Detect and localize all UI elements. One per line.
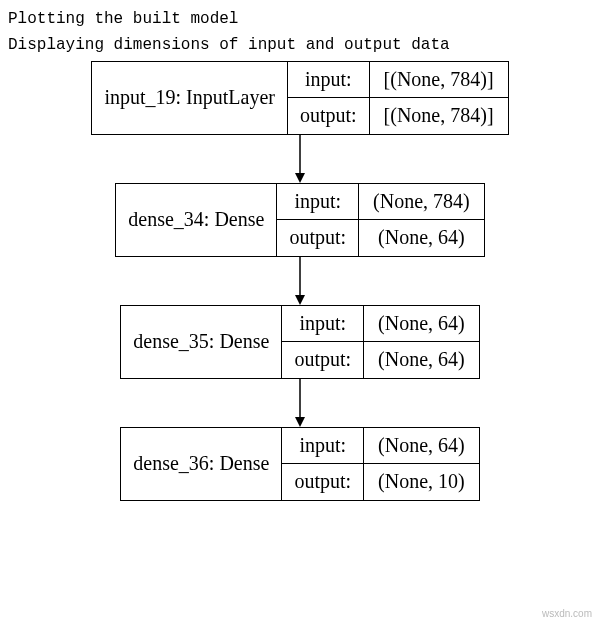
layer-name: dense_34: Dense — [116, 184, 277, 256]
input-shape: [(None, 784)] — [370, 62, 508, 98]
layer-box-1: dense_34: Dense input: (None, 784) outpu… — [115, 183, 484, 257]
output-label: output: — [282, 342, 364, 378]
layer-name: dense_35: Dense — [121, 306, 282, 378]
input-shape: (None, 64) — [364, 428, 479, 464]
output-shape: (None, 10) — [364, 464, 479, 500]
input-shape: (None, 64) — [364, 306, 479, 342]
layer-io-grid: input: (None, 784) output: (None, 64) — [277, 184, 483, 256]
layer-name: dense_36: Dense — [121, 428, 282, 500]
output-label: output: — [277, 220, 359, 256]
input-label: input: — [282, 428, 364, 464]
output-shape: (None, 64) — [364, 342, 479, 378]
output-shape: (None, 64) — [359, 220, 484, 256]
svg-marker-5 — [295, 417, 305, 427]
output-shape: [(None, 784)] — [370, 98, 508, 134]
svg-marker-3 — [295, 295, 305, 305]
arrow-icon — [292, 135, 308, 183]
input-shape: (None, 784) — [359, 184, 484, 220]
layer-io-grid: input: (None, 64) output: (None, 64) — [282, 306, 478, 378]
layer-io-grid: input: (None, 64) output: (None, 10) — [282, 428, 478, 500]
output-label: output: — [288, 98, 370, 134]
layer-box-0: input_19: InputLayer input: [(None, 784)… — [91, 61, 508, 135]
input-label: input: — [288, 62, 370, 98]
input-label: input: — [282, 306, 364, 342]
model-diagram: input_19: InputLayer input: [(None, 784)… — [8, 61, 592, 501]
header-line-2: Displaying dimensions of input and outpu… — [8, 34, 592, 56]
layer-io-grid: input: [(None, 784)] output: [(None, 784… — [288, 62, 508, 134]
layer-box-2: dense_35: Dense input: (None, 64) output… — [120, 305, 479, 379]
output-label: output: — [282, 464, 364, 500]
arrow-icon — [292, 257, 308, 305]
svg-marker-1 — [295, 173, 305, 183]
layer-box-3: dense_36: Dense input: (None, 64) output… — [120, 427, 479, 501]
layer-name: input_19: InputLayer — [92, 62, 288, 134]
arrow-icon — [292, 379, 308, 427]
header-line-1: Plotting the built model — [8, 8, 592, 30]
input-label: input: — [277, 184, 359, 220]
